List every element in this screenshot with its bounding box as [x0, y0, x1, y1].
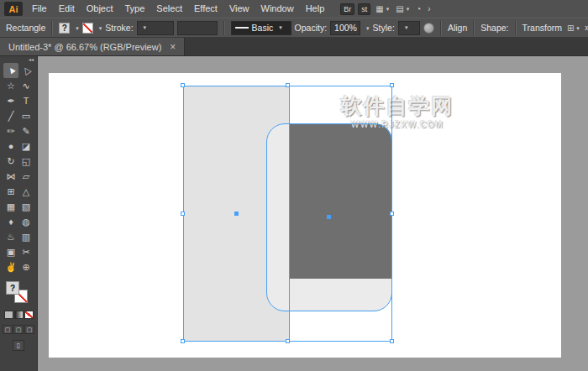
chevron-right-icon[interactable]: › [426, 4, 432, 13]
menu-bar: Ai File Edit Object Type Select Effect V… [0, 0, 588, 18]
paintbrush-tool[interactable]: ✏ [3, 123, 18, 138]
workspace: ◂◂ ► ▷ ☆ ∿ ✒ T ╱ ▭ ✏ ✎ ● ◪ ↻ ◱ ⋈ ▱ ⊞ △ ▦ [0, 56, 588, 371]
stroke-dropdown-icon[interactable] [97, 23, 102, 33]
symbol-sprayer-tool[interactable]: ♨ [3, 229, 18, 244]
separator [515, 21, 517, 35]
workspace-switcher-icon[interactable]: ▦ [374, 4, 391, 13]
stroke-color-none-swatch[interactable] [82, 23, 93, 34]
column-graph-tool[interactable]: ▥ [18, 229, 34, 244]
rotate-tool[interactable]: ↻ [3, 154, 18, 169]
slice-tool[interactable]: ✂ [18, 244, 34, 259]
overflow-chevron-icon[interactable]: » [585, 22, 588, 34]
width-profile-select[interactable] [177, 21, 218, 35]
toolbar-collapse-icon[interactable]: ◂◂ [29, 56, 37, 63]
selection-tool[interactable]: ► [3, 63, 18, 78]
hand-tool[interactable]: ✌ [3, 259, 18, 274]
gradient-button[interactable] [14, 311, 24, 319]
menu-object[interactable]: Object [81, 0, 119, 18]
zoom-tool[interactable]: ⊕ [18, 259, 34, 274]
shape-builder-tool[interactable]: ⊞ [3, 184, 18, 199]
draw-normal-button[interactable]: ▢ [3, 325, 13, 334]
stroke-weight-select[interactable] [137, 21, 174, 35]
opacity-label: Opacity: [295, 23, 328, 33]
layout-icon[interactable]: ▤ [394, 4, 411, 13]
opacity-input[interactable]: 100% [330, 21, 360, 35]
status-circle-icon[interactable]: ◔ [414, 4, 423, 13]
selection-handle-top-left[interactable] [181, 83, 185, 87]
separator [440, 21, 442, 35]
color-mode-row [4, 311, 34, 319]
recolor-artwork-icon[interactable] [423, 23, 434, 34]
selection-handle-top-mid[interactable] [286, 83, 290, 87]
selection-handle-bottom-mid[interactable] [286, 339, 290, 343]
perspective-grid-tool[interactable]: △ [18, 184, 34, 199]
artboard-tool[interactable]: ▣ [3, 244, 18, 259]
pencil-tool[interactable]: ✎ [18, 123, 34, 138]
selection-handle-bottom-right[interactable] [390, 339, 394, 343]
stroke-label: Stroke: [105, 23, 133, 33]
style-label: Style: [373, 23, 395, 33]
control-bar: Rectangle ? Stroke: Basic Opacity: 100% … [0, 18, 588, 38]
draw-behind-button[interactable]: ▢ [13, 325, 24, 334]
gradient-tool[interactable]: ▧ [18, 199, 34, 214]
blend-tool[interactable]: ◍ [18, 214, 34, 229]
pen-tool[interactable]: ✒ [3, 93, 18, 108]
scale-tool[interactable]: ◱ [18, 154, 34, 169]
selection-handle-mid-right[interactable] [390, 212, 394, 216]
width-tool[interactable]: ⋈ [3, 169, 18, 184]
bridge-icon[interactable]: Br [340, 3, 354, 15]
fill-color-swatch[interactable]: ? [59, 23, 70, 34]
selection-handle-top-right[interactable] [390, 83, 394, 87]
eyedropper-tool[interactable]: ♦ [3, 214, 18, 229]
document-tab-title: Untitled-3* @ 66.67% (RGB/Preview) [8, 42, 161, 52]
canvas-pasteboard[interactable]: 软件自学网 WWW.RJZXW.COM [38, 56, 588, 371]
type-tool[interactable]: T [18, 93, 34, 108]
selection-handle-bottom-left[interactable] [181, 339, 185, 343]
draw-inside-button[interactable]: ▢ [24, 325, 34, 334]
direct-selection-tool-icon: ▷ [19, 65, 33, 76]
dark-gray-rectangle-shape[interactable] [290, 123, 392, 279]
menu-type[interactable]: Type [119, 0, 151, 18]
transform-panel-icon[interactable]: ⊞ [565, 24, 581, 33]
center-point-rounded-rect[interactable] [327, 215, 331, 219]
align-button[interactable]: Align [448, 23, 467, 33]
menu-view[interactable]: View [223, 0, 255, 18]
magic-wand-tool[interactable]: ☆ [3, 78, 18, 93]
screen-mode-button[interactable]: ▯ [13, 340, 24, 351]
brush-definition-select[interactable]: Basic [231, 21, 291, 35]
separator [51, 21, 53, 35]
blob-brush-tool[interactable]: ● [3, 138, 18, 154]
menu-effect[interactable]: Effect [188, 0, 223, 18]
eraser-tool[interactable]: ◪ [18, 138, 34, 154]
transform-button[interactable]: Transform [522, 23, 562, 33]
fill-unknown-swatch[interactable]: ? [6, 281, 19, 295]
free-transform-tool[interactable]: ▱ [18, 169, 34, 184]
menu-help[interactable]: Help [300, 0, 331, 18]
menu-select[interactable]: Select [150, 0, 188, 18]
none-button[interactable] [24, 311, 34, 319]
color-button[interactable] [4, 311, 13, 319]
rectangle-tool[interactable]: ▭ [18, 108, 34, 123]
menu-file[interactable]: File [26, 0, 53, 18]
mesh-tool[interactable]: ▦ [3, 199, 18, 214]
style-select[interactable] [398, 21, 420, 35]
opacity-dropdown-icon[interactable] [364, 23, 370, 33]
menu-edit[interactable]: Edit [53, 0, 81, 18]
direct-selection-tool[interactable]: ▷ [18, 63, 34, 78]
menu-window[interactable]: Window [255, 0, 300, 18]
selection-tool-icon: ► [4, 64, 18, 77]
tools-panel: ◂◂ ► ▷ ☆ ∿ ✒ T ╱ ▭ ✏ ✎ ● ◪ ↻ ◱ ⋈ ▱ ⊞ △ ▦ [0, 56, 38, 371]
center-point-light-rect[interactable] [234, 212, 239, 216]
selection-handle-mid-left[interactable] [181, 212, 185, 216]
stock-icon[interactable]: st [358, 3, 370, 15]
tab-close-icon[interactable]: × [170, 42, 176, 52]
tool-grid: ► ▷ ☆ ∿ ✒ T ╱ ▭ ✏ ✎ ● ◪ ↻ ◱ ⋈ ▱ ⊞ △ ▦ ▧ [3, 63, 34, 274]
lasso-tool[interactable]: ∿ [18, 78, 34, 93]
document-tab-bar: Untitled-3* @ 66.67% (RGB/Preview) × [0, 38, 588, 56]
document-tab[interactable]: Untitled-3* @ 66.67% (RGB/Preview) × [0, 38, 185, 55]
line-segment-tool[interactable]: ╱ [3, 108, 18, 123]
fill-dropdown-icon[interactable] [73, 23, 79, 33]
fill-stroke-indicator: ? [6, 281, 31, 305]
shape-label: Shape: [480, 23, 508, 33]
separator [223, 21, 225, 35]
